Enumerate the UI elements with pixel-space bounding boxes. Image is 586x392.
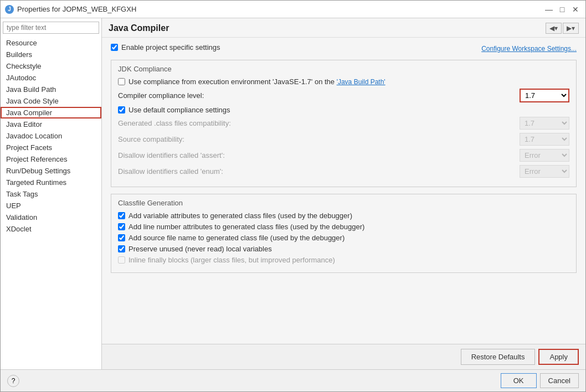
titlebar: J Properties for JOPMS_WEB_KFGXH — □ ✕ bbox=[1, 1, 585, 18]
back-dropdown-icon: ▾ bbox=[554, 24, 558, 32]
assert-row: Disallow identifiers called 'assert': Er… bbox=[118, 149, 569, 162]
use-compliance-row: Use compliance from execution environmen… bbox=[118, 78, 569, 86]
sidebar-item-builders[interactable]: Builders bbox=[1, 49, 101, 60]
titlebar-left: J Properties for JOPMS_WEB_KFGXH bbox=[5, 5, 136, 14]
bottom-bar-right: OK Cancel bbox=[501, 373, 579, 388]
java-build-path-link[interactable]: 'Java Build Path' bbox=[337, 78, 385, 86]
assert-select: Error bbox=[520, 149, 569, 162]
enable-row: Enable project specific settings Configu… bbox=[111, 43, 577, 54]
window-icon: J bbox=[5, 5, 14, 14]
bottom-bar: ? OK Cancel bbox=[1, 369, 585, 391]
minimize-button[interactable]: — bbox=[543, 4, 554, 15]
classfile-option-2: Add source file name to generated class … bbox=[118, 234, 569, 242]
sidebar-item-project-references[interactable]: Project References bbox=[1, 153, 101, 165]
sidebar-item-task-tags[interactable]: Task Tags bbox=[1, 188, 101, 200]
jdk-compliance-section: JDK Compliance Use compliance from execu… bbox=[111, 60, 577, 187]
sidebar-item-java-code-style[interactable]: Java Code Style bbox=[1, 95, 101, 107]
use-compliance-checkbox[interactable] bbox=[118, 78, 125, 85]
jdk-section-title: JDK Compliance bbox=[118, 65, 569, 73]
back-button[interactable]: ◀ ▾ bbox=[546, 23, 562, 34]
restore-defaults-button[interactable]: Restore Defaults bbox=[461, 349, 536, 365]
use-default-label[interactable]: Use default compliance settings bbox=[128, 106, 230, 114]
classfile-checkbox-4 bbox=[118, 256, 125, 264]
classfile-checkbox-3[interactable] bbox=[118, 245, 125, 252]
content-title: Java Compiler bbox=[109, 23, 169, 33]
content-body: Enable project specific settings Configu… bbox=[102, 38, 585, 344]
content-area: Java Compiler ◀ ▾ ▶ ▾ bbox=[102, 18, 585, 369]
classfile-checkbox-2[interactable] bbox=[118, 234, 125, 241]
classfile-generation-section: Classfile Generation Add variable attrib… bbox=[111, 194, 577, 273]
titlebar-controls: — □ ✕ bbox=[543, 4, 581, 15]
use-default-row: Use default compliance settings bbox=[118, 106, 569, 114]
classfile-option-1: Add line number attributes to generated … bbox=[118, 223, 569, 231]
source-select: 1.7 bbox=[520, 133, 569, 146]
classfile-option-0: Add variable attributes to generated cla… bbox=[118, 212, 569, 220]
compiler-compliance-row: Compiler compliance level: 1.7 bbox=[118, 89, 569, 102]
configure-workspace-link[interactable]: Configure Workspace Settings... bbox=[481, 45, 577, 53]
sidebar-item-jautodoc[interactable]: JAutodoc bbox=[1, 72, 101, 84]
sidebar-item-targeted-runtimes[interactable]: Targeted Runtimes bbox=[1, 177, 101, 188]
sidebar-item-java-build-path[interactable]: Java Build Path bbox=[1, 84, 101, 95]
window-title: Properties for JOPMS_WEB_KFGXH bbox=[17, 5, 136, 13]
properties-window: J Properties for JOPMS_WEB_KFGXH — □ ✕ R… bbox=[0, 0, 586, 392]
compiler-compliance-label: Compiler compliance level: bbox=[118, 91, 520, 100]
close-button[interactable]: ✕ bbox=[570, 4, 581, 15]
sidebar-item-run-debug-settings[interactable]: Run/Debug Settings bbox=[1, 165, 101, 177]
nav-buttons: ◀ ▾ ▶ ▾ bbox=[546, 23, 579, 34]
bottom-bar-left: ? bbox=[7, 375, 19, 387]
help-button[interactable]: ? bbox=[7, 375, 19, 387]
forward-icon: ▶ bbox=[567, 24, 572, 32]
maximize-button[interactable]: □ bbox=[557, 4, 568, 15]
generated-select: 1.7 bbox=[520, 117, 569, 130]
classfile-option-4: Inline finally blocks (larger class file… bbox=[118, 256, 569, 264]
classfile-label-0[interactable]: Add variable attributes to generated cla… bbox=[128, 212, 352, 220]
generated-label: Generated .class files compatibility: bbox=[118, 119, 520, 127]
sidebar-item-validation[interactable]: Validation bbox=[1, 212, 101, 223]
source-row: Source compatibility: 1.7 bbox=[118, 133, 569, 146]
footer-buttons: Restore Defaults Apply bbox=[102, 344, 585, 369]
main-content: Resource Builders Checkstyle JAutodoc Ja… bbox=[1, 18, 585, 369]
sidebar-item-checkstyle[interactable]: Checkstyle bbox=[1, 60, 101, 72]
classfile-section-title: Classfile Generation bbox=[118, 199, 569, 207]
back-icon: ◀ bbox=[549, 24, 554, 32]
enable-checkbox-row: Enable project specific settings bbox=[111, 43, 220, 51]
sidebar-item-resource[interactable]: Resource bbox=[1, 37, 101, 49]
forward-button[interactable]: ▶ ▾ bbox=[563, 23, 579, 34]
compiler-compliance-select[interactable]: 1.7 bbox=[520, 89, 569, 102]
classfile-label-2[interactable]: Add source file name to generated class … bbox=[128, 234, 345, 242]
apply-button[interactable]: Apply bbox=[538, 349, 579, 365]
enum-select: Error bbox=[520, 165, 569, 178]
classfile-checkbox-1[interactable] bbox=[118, 223, 125, 230]
classfile-label-1[interactable]: Add line number attributes to generated … bbox=[128, 223, 364, 231]
generated-row: Generated .class files compatibility: 1.… bbox=[118, 117, 569, 130]
sidebar-item-project-facets[interactable]: Project Facets bbox=[1, 142, 101, 153]
content-header: Java Compiler ◀ ▾ ▶ ▾ bbox=[102, 18, 585, 38]
sidebar-item-javadoc-location[interactable]: Javadoc Location bbox=[1, 130, 101, 142]
classfile-label-3[interactable]: Preserve unused (never read) local varia… bbox=[128, 245, 272, 253]
enable-project-label[interactable]: Enable project specific settings bbox=[121, 43, 220, 51]
use-default-checkbox[interactable] bbox=[118, 106, 125, 114]
enum-row: Disallow identifiers called 'enum': Erro… bbox=[118, 165, 569, 178]
source-label: Source compatibility: bbox=[118, 135, 520, 143]
classfile-checkbox-0[interactable] bbox=[118, 212, 125, 219]
classfile-option-3: Preserve unused (never read) local varia… bbox=[118, 245, 569, 253]
cancel-button[interactable]: Cancel bbox=[540, 373, 579, 388]
classfile-label-4: Inline finally blocks (larger class file… bbox=[128, 256, 335, 264]
filter-input[interactable] bbox=[3, 22, 99, 34]
forward-dropdown-icon: ▾ bbox=[572, 24, 575, 32]
enable-project-checkbox[interactable] bbox=[111, 44, 118, 51]
ok-button[interactable]: OK bbox=[501, 373, 537, 388]
use-compliance-label: Use compliance from execution environmen… bbox=[128, 78, 385, 86]
sidebar-item-uep[interactable]: UEP bbox=[1, 200, 101, 212]
sidebar-item-java-editor[interactable]: Java Editor bbox=[1, 118, 101, 130]
assert-label: Disallow identifiers called 'assert': bbox=[118, 151, 520, 159]
sidebar: Resource Builders Checkstyle JAutodoc Ja… bbox=[1, 18, 102, 369]
sidebar-item-java-compiler[interactable]: Java Compiler bbox=[1, 107, 101, 118]
sidebar-item-xdoclet[interactable]: XDoclet bbox=[1, 223, 101, 235]
enum-label: Disallow identifiers called 'enum': bbox=[118, 167, 520, 176]
